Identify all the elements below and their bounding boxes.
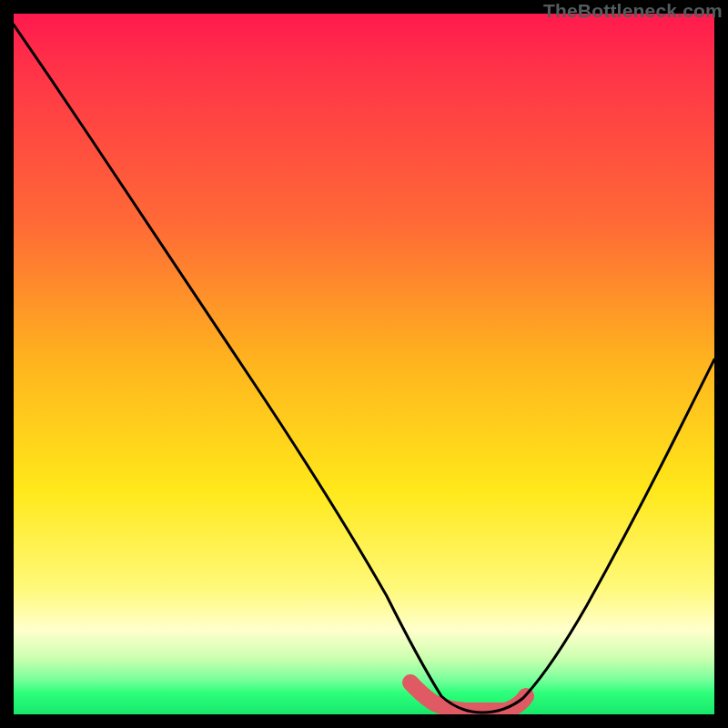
bottleneck-curve-line [14, 25, 714, 713]
chart-stage: TheBottleneck.com [0, 0, 728, 728]
plot-area [14, 14, 714, 714]
watermark-text: TheBottleneck.com [543, 0, 723, 22]
curve-layer [14, 14, 714, 714]
